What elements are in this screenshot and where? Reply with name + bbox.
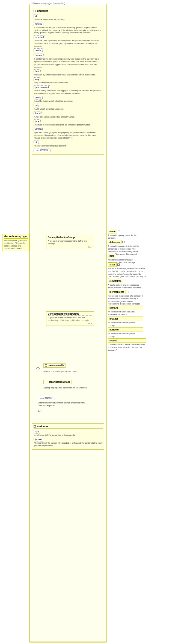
attr-modified-entry: modified The date (and, optionally, the … — [34, 35, 103, 47]
attributes-label: attributes — [37, 10, 48, 12]
attr-why: why — [34, 77, 40, 81]
bottom-attr-checkbox — [34, 425, 36, 428]
right-name-desc: A natural language name for the concept. — [108, 234, 143, 239]
right-related-desc: A related concept, where the relationshi… — [108, 343, 146, 351]
attr-how: how — [34, 69, 41, 73]
attr-xmllang-entry: xmllang Specifies the language of this p… — [34, 127, 103, 139]
crg-desc: A group of properties required to indica… — [48, 316, 92, 322]
attributes-checkbox-icon — [34, 10, 36, 12]
right-hierarchyinfo-checkbox — [127, 291, 129, 293]
attr-other-entry: any ##other — [34, 148, 103, 152]
right-definition-box: definition — [108, 240, 121, 244]
bottom-other-label: ##other — [44, 397, 52, 399]
attr-type: type — [34, 119, 41, 123]
main-node-label: FlexAuthorPropType — [4, 235, 28, 238]
crg-mult: 0..∞ — [48, 322, 92, 325]
right-hierarchyinfo-container: hierarchyInfo Represents the position of… — [108, 290, 143, 308]
org-details-label: organisationDetails — [49, 380, 70, 383]
attr-pubconstraint: pubconstraint — [34, 85, 50, 89]
attr-id: id — [34, 14, 38, 18]
attr-creator-desc: If the attribute is empty, specifies whi… — [34, 26, 103, 34]
attributes-header: attributes — [34, 10, 103, 13]
right-hierarchyinfo-box: hierarchyInfo — [108, 290, 126, 294]
cdg-desc: A group of properties required to define… — [48, 240, 92, 245]
person-details-box: personDetails — [43, 363, 66, 368]
right-narrower-box: narrower — [108, 327, 143, 332]
bottom-other-mult: 0..∞ — [38, 410, 42, 412]
attr-qcode1-entry: qcode — [34, 48, 103, 52]
crg-label: ConceptRelationshipsGroup — [48, 312, 92, 316]
attr-why-desc: Why the metadata has been included. — [34, 81, 103, 84]
person-details-label: personDetails — [49, 364, 64, 367]
attr-role: role — [34, 430, 40, 434]
attr-qcode2-entry: qcode A qualified code which identifies … — [34, 96, 103, 103]
flex-author-prop-type-node: FlexAuthorPropType Flexible Author (crea… — [2, 234, 29, 251]
attr-custom: custom — [34, 54, 44, 57]
bottom-other-desc: Extension point for provider-defined pro… — [38, 402, 87, 407]
cdg-label: ConceptDefinitionGroup — [48, 236, 92, 239]
attr-dir-entry: dir The directionality of textual conten… — [34, 140, 103, 147]
attr-xmllang-desc: Specifies the language of this property … — [34, 131, 103, 139]
attr-dir-desc: The directionality of textual content. — [34, 145, 103, 147]
page-title: FlexPartyPropType (extension) — [31, 2, 65, 5]
attr-pubconstraint-entry: pubconstraint One or many constraints th… — [34, 85, 103, 95]
attr-custom-desc: If set to true the corresponding propert… — [34, 58, 103, 68]
attr-uri-entry: uri A URI which identifies a concept. — [34, 104, 103, 110]
attr-id-desc: The local identifier of the property. — [34, 18, 103, 21]
right-related-container: related A related concept, where the rel… — [108, 338, 146, 351]
attr-how-desc: Indicates by which means the value was e… — [34, 74, 103, 76]
right-broader-box: broader — [108, 317, 143, 321]
concept-definition-group-box: ConceptDefinitionGroup A group of proper… — [46, 235, 94, 249]
right-related-box: related — [108, 338, 146, 343]
right-name-container: name A natural language name for the con… — [108, 229, 143, 239]
attr-why-entry: why Why the metadata has been included. — [34, 77, 103, 84]
main-node-desc: Flexible Author (creator or contributor)… — [4, 239, 28, 250]
attr-xmllang: xmllang — [34, 127, 44, 131]
bottom-other-box: any ##other — [38, 396, 55, 400]
attr-qcode2-desc: A qualified code which identifies a conc… — [34, 100, 103, 103]
outer-yellow-container: attributes id The local identifier of th… — [29, 5, 106, 642]
right-facet-box: facet — [108, 262, 117, 267]
cdg-mult: 0..∞ — [48, 246, 92, 248]
attr-jobtitle-desc: The job title of the person who created … — [34, 442, 103, 447]
right-broader-desc: An identifier of a more generic concept. — [108, 321, 143, 327]
right-note-checkbox — [117, 255, 119, 257]
right-note-box: note — [108, 254, 116, 258]
person-details-checkbox — [45, 364, 47, 367]
bottom-attr-header: attributes — [34, 425, 103, 429]
attr-role-desc: A refinement of the semantics of the pro… — [34, 434, 103, 437]
right-remoteinfo-checkbox — [124, 280, 126, 282]
attributes-section-bottom: attributes role A refinement of the sema… — [32, 423, 104, 450]
right-narrower-desc: An identifier of a more specific concept… — [108, 332, 143, 338]
bottom-attr-label: attributes — [37, 425, 48, 428]
attr-dir: dir — [34, 140, 39, 144]
right-definition-container: definition A natural language definition… — [108, 240, 143, 256]
attr-other-name: ##other — [40, 149, 48, 151]
right-facet-checkbox — [117, 264, 120, 266]
attr-pubconstraint-desc: One or many constraints that apply to pu… — [34, 89, 103, 95]
attr-custom-entry: custom If set to true the corresponding … — [34, 54, 103, 68]
org-details-checkbox — [45, 381, 47, 383]
attr-creator-entry: creator If the attribute is empty, speci… — [34, 22, 103, 34]
diagram-container: FlexPartyPropType (extension) attributes… — [0, 0, 190, 644]
right-facet-container: facet In NAR 1.8 and later, facet is dep… — [108, 262, 146, 281]
attr-creator: creator — [34, 22, 43, 26]
attr-modified: modified — [34, 35, 45, 39]
attr-id-entry: id The local identifier of the property. — [34, 14, 103, 21]
right-name-checkbox — [118, 230, 120, 232]
right-sameas-container: sameAs An identifier of a concept with e… — [108, 306, 143, 316]
attr-literal-entry: literal A free-text value assigned as pr… — [34, 112, 103, 118]
attr-type-entry: type The type of the concept assigned as… — [34, 119, 103, 126]
right-sameas-desc: An identifier of a concept with equivale… — [108, 311, 143, 316]
right-narrower-container: narrower An identifier of a more specifi… — [108, 327, 143, 338]
right-sameas-box: sameAs — [108, 306, 143, 310]
attr-qcode2: qcode — [34, 96, 43, 99]
right-name-box: name — [108, 229, 117, 233]
attr-jobtitle: jobtitle — [34, 438, 43, 441]
attr-uri-desc: A URI which identifies a concept. — [34, 108, 103, 110]
concept-relationships-group-box: ConceptRelationshipsGroup A group of pro… — [46, 311, 94, 326]
attr-how-entry: how Indicates by which means the value w… — [34, 69, 103, 76]
right-broader-container: broader An identifier of a more generic … — [108, 317, 143, 327]
person-details-desc: A set of properties specific to a person — [43, 370, 78, 373]
org-details-box: organisationDetails — [43, 380, 72, 384]
